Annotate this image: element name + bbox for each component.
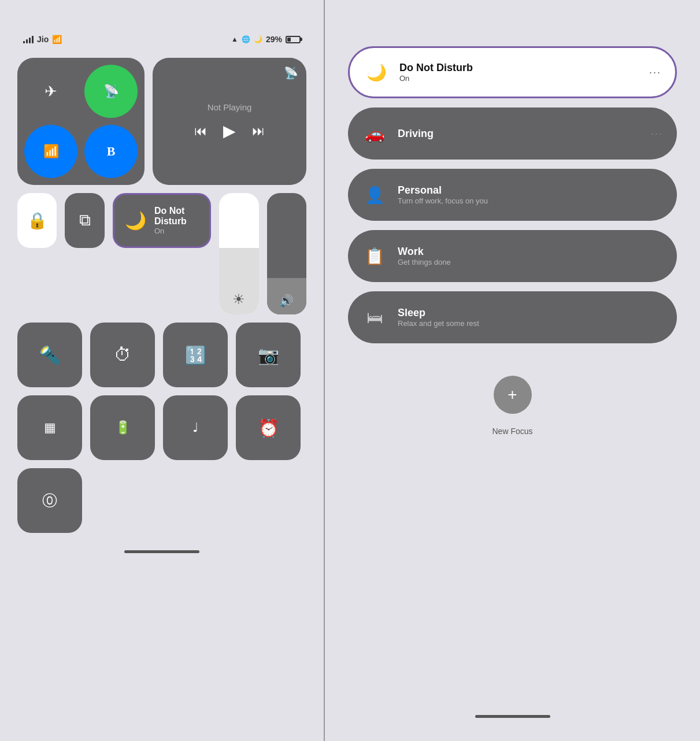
- location-icon: ▲: [231, 35, 238, 43]
- timer-button[interactable]: ⏱: [90, 323, 155, 387]
- bluetooth-button[interactable]: B: [84, 125, 138, 178]
- dnd-focus-text: Do Not Disturb On: [399, 62, 639, 83]
- airplay-icon[interactable]: 📡: [284, 66, 298, 80]
- dnd-status-icon: 🌙: [254, 35, 262, 43]
- signal-bar-4: [32, 36, 34, 43]
- do-not-disturb-button[interactable]: 🌙 Do Not Disturb On: [113, 193, 211, 248]
- cellular-icon: 📡: [103, 84, 119, 99]
- prev-button[interactable]: ⏮: [194, 124, 207, 139]
- camera-button[interactable]: 📷: [236, 323, 301, 387]
- calculator-button[interactable]: 🔢: [163, 323, 228, 387]
- calculator-icon: 🔢: [185, 345, 206, 365]
- screen-lock-button[interactable]: 🔒: [17, 193, 57, 248]
- accessibility-button[interactable]: ⓪: [17, 468, 82, 533]
- qr-scanner-button[interactable]: ▦: [17, 395, 82, 460]
- wifi-icon: 📶: [52, 35, 62, 44]
- dnd-text-block: Do Not Disturb On: [154, 206, 199, 235]
- bluetooth-icon: B: [107, 144, 116, 159]
- battery-ctrl-icon: 🔋: [115, 420, 131, 435]
- flashlight-icon: 🔦: [39, 345, 61, 365]
- focus-item-sleep[interactable]: 🛏 Sleep Relax and get some rest: [348, 291, 677, 343]
- row-small-buttons-2: ▦ 🔋 ♩ ⏰: [17, 395, 306, 460]
- work-focus-title: Work: [398, 246, 663, 258]
- signal-bar-2: [26, 39, 28, 43]
- signal-bar-1: [23, 41, 25, 43]
- media-player-block: 📡 Not Playing ⏮ ▶ ⏭: [153, 58, 306, 185]
- home-indicator-left: [124, 550, 199, 553]
- media-status-label: Not Playing: [208, 102, 252, 112]
- brightness-icon: ☀: [232, 291, 245, 307]
- status-bar: Jio 📶 ▲ 🌐 🌙 29%: [17, 35, 306, 44]
- battery-pct: 29%: [266, 35, 282, 44]
- signal-bars: [23, 36, 34, 43]
- row-small-buttons-1: 🔦 ⏱ 🔢 📷: [17, 323, 306, 387]
- worldclock-icon: 🌐: [242, 35, 250, 43]
- dnd-focus-title: Do Not Disturb: [399, 62, 639, 74]
- personal-focus-sub: Turn off work, focus on you: [398, 197, 663, 205]
- qr-icon: ▦: [44, 420, 56, 435]
- personal-focus-icon: 👤: [362, 186, 387, 205]
- dnd-focus-sub: On: [399, 74, 639, 83]
- driving-focus-text: Driving: [398, 128, 640, 140]
- cellular-button[interactable]: 📡: [84, 65, 138, 118]
- sleep-focus-text: Sleep Relax and get some rest: [398, 307, 663, 328]
- driving-focus-title: Driving: [398, 128, 640, 140]
- screen-mirror-button[interactable]: ⧉: [65, 193, 104, 248]
- focus-item-personal[interactable]: 👤 Personal Turn off work, focus on you: [348, 169, 677, 221]
- status-right: ▲ 🌐 🌙 29%: [231, 35, 301, 44]
- signal-bar-3: [29, 38, 31, 43]
- flashlight-button[interactable]: 🔦: [17, 323, 82, 387]
- sleep-focus-icon: 🛏: [362, 308, 387, 327]
- plus-icon: +: [508, 386, 517, 404]
- battery-icon: [286, 36, 301, 43]
- row-connectivity-media: ✈ 📡 📶 B 📡 Not Playing ⏮ ▶ ⏭: [17, 58, 306, 185]
- dnd-more-button[interactable]: ···: [649, 66, 661, 79]
- accessibility-icon: ⓪: [42, 491, 57, 511]
- status-left: Jio 📶: [23, 35, 62, 44]
- brightness-slider[interactable]: ☀: [219, 193, 258, 314]
- control-center-grid: ✈ 📡 📶 B 📡 Not Playing ⏮ ▶ ⏭: [17, 58, 306, 533]
- play-button[interactable]: ▶: [223, 121, 236, 140]
- left-panel: Jio 📶 ▲ 🌐 🌙 29% ✈ 📡: [0, 0, 324, 741]
- media-controls: ⏮ ▶ ⏭: [194, 121, 265, 140]
- dnd-focus-icon: 🌙: [364, 63, 389, 82]
- next-button[interactable]: ⏭: [252, 124, 265, 139]
- battery-fill: [287, 38, 291, 42]
- clock-button[interactable]: ⏰: [236, 395, 301, 460]
- volume-icon: 🔊: [279, 294, 294, 307]
- carrier-label: Jio: [37, 35, 49, 44]
- screen-lock-icon: 🔒: [27, 211, 47, 230]
- right-panel: 🌙 Do Not Disturb On ··· 🚗 Driving ··· 👤 …: [325, 0, 700, 741]
- work-focus-icon: 📋: [362, 247, 387, 266]
- mirror-icon: ⧉: [79, 211, 91, 230]
- focus-item-do-not-disturb[interactable]: 🌙 Do Not Disturb On ···: [348, 46, 677, 98]
- connectivity-block: ✈ 📡 📶 B: [17, 58, 145, 185]
- driving-focus-icon: 🚗: [362, 124, 387, 143]
- focus-item-work[interactable]: 📋 Work Get things done: [348, 230, 677, 282]
- sleep-focus-sub: Relax and get some rest: [398, 319, 663, 328]
- airplane-mode-button[interactable]: ✈: [24, 65, 77, 118]
- wifi-button[interactable]: 📶: [24, 125, 77, 178]
- shazam-button[interactable]: ♩: [163, 395, 228, 460]
- home-indicator-right: [475, 715, 550, 718]
- wifi-ctrl-icon: 📶: [43, 144, 59, 159]
- volume-slider[interactable]: 🔊: [267, 193, 306, 314]
- work-focus-text: Work Get things done: [398, 246, 663, 266]
- personal-focus-title: Personal: [398, 184, 663, 197]
- shazam-icon: ♩: [192, 420, 198, 435]
- battery-button[interactable]: 🔋: [90, 395, 155, 460]
- sleep-focus-title: Sleep: [398, 307, 663, 319]
- camera-icon: 📷: [258, 345, 279, 365]
- clock-icon: ⏰: [258, 418, 279, 438]
- new-focus-button[interactable]: +: [494, 376, 532, 414]
- row-utilities: 🔒 ⧉ 🌙 Do Not Disturb On ☀: [17, 193, 306, 314]
- work-focus-sub: Get things done: [398, 258, 663, 266]
- driving-more-button[interactable]: ···: [651, 128, 663, 140]
- personal-focus-text: Personal Turn off work, focus on you: [398, 184, 663, 205]
- focus-item-driving[interactable]: 🚗 Driving ···: [348, 108, 677, 160]
- new-focus-label: New Focus: [492, 427, 532, 436]
- timer-icon: ⏱: [114, 345, 131, 365]
- dnd-title: Do Not Disturb: [154, 206, 199, 227]
- airplane-icon: ✈: [45, 83, 57, 101]
- dnd-sub: On: [154, 227, 199, 235]
